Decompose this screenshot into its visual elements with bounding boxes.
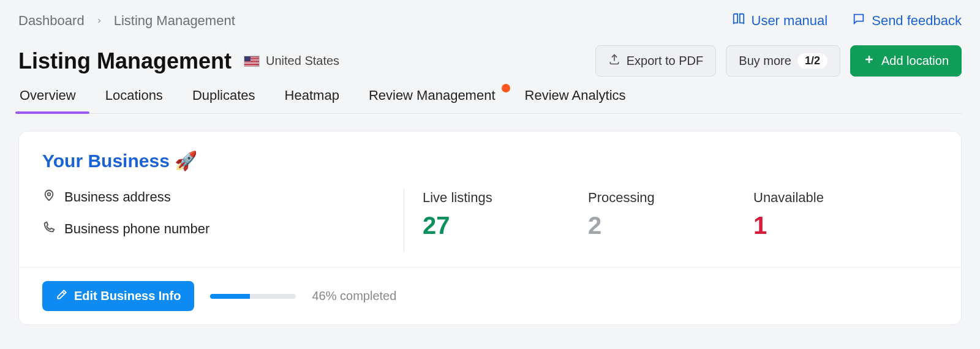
business-address: Business address (64, 189, 171, 205)
flag-icon (244, 56, 260, 67)
business-phone: Business phone number (64, 221, 209, 237)
buy-more-badge: 1/2 (797, 53, 827, 69)
send-feedback-label: Send feedback (872, 13, 962, 29)
breadcrumb-root[interactable]: Dashboard (18, 13, 85, 29)
stat-live: Live listings 27 (423, 190, 527, 252)
book-icon (732, 12, 745, 29)
breadcrumb: Dashboard Listing Management (18, 13, 235, 29)
export-pdf-label: Export to PDF (627, 54, 704, 68)
stat-unavailable-label: Unavailable (753, 190, 858, 206)
export-pdf-button[interactable]: Export to PDF (595, 45, 717, 77)
add-location-button[interactable]: Add location (850, 45, 962, 77)
stat-processing-label: Processing (588, 190, 692, 206)
user-manual-link[interactable]: User manual (732, 12, 828, 29)
business-card: Your Business 🚀 Business address (18, 131, 962, 325)
progress-bar (210, 294, 296, 299)
buy-more-label: Buy more (739, 54, 791, 68)
edit-business-info-label: Edit Business Info (74, 289, 181, 303)
stat-processing: Processing 2 (588, 190, 692, 252)
stat-live-label: Live listings (423, 190, 527, 206)
country-selector[interactable]: United States (244, 54, 339, 68)
phone-icon (42, 220, 56, 238)
stat-unavailable-value: 1 (753, 212, 858, 239)
stat-processing-value: 2 (588, 212, 692, 239)
notification-dot-icon (502, 84, 510, 92)
pencil-icon (56, 288, 68, 304)
buy-more-button[interactable]: Buy more 1/2 (726, 45, 840, 77)
stat-unavailable: Unavailable 1 (753, 190, 858, 252)
add-location-label: Add location (881, 54, 949, 68)
tab-review-management[interactable]: Review Management (368, 88, 497, 113)
tab-overview[interactable]: Overview (18, 88, 77, 113)
breadcrumb-current: Listing Management (114, 13, 235, 29)
map-pin-icon (42, 189, 56, 206)
tab-locations[interactable]: Locations (104, 88, 164, 113)
svg-point-2 (48, 193, 51, 196)
stat-live-value: 27 (423, 212, 527, 239)
tab-duplicates[interactable]: Duplicates (191, 88, 257, 113)
tabs: Overview Locations Duplicates Heatmap Re… (18, 88, 962, 114)
country-label: United States (266, 54, 339, 68)
divider (404, 189, 404, 252)
business-name: Your Business (42, 151, 170, 171)
page-title: Listing Management (18, 48, 232, 74)
chat-icon (852, 12, 865, 29)
upload-icon (608, 53, 620, 69)
progress-label: 46% completed (312, 289, 396, 303)
chevron-right-icon (96, 15, 103, 28)
business-name-link[interactable]: Your Business 🚀 (42, 150, 938, 171)
tab-review-management-label: Review Management (369, 88, 496, 103)
user-manual-label: User manual (752, 13, 828, 29)
tab-review-analytics[interactable]: Review Analytics (524, 88, 627, 113)
tab-heatmap[interactable]: Heatmap (284, 88, 341, 113)
send-feedback-link[interactable]: Send feedback (852, 12, 962, 29)
edit-business-info-button[interactable]: Edit Business Info (42, 281, 194, 311)
plus-icon (863, 53, 875, 69)
rocket-icon: 🚀 (175, 150, 197, 171)
